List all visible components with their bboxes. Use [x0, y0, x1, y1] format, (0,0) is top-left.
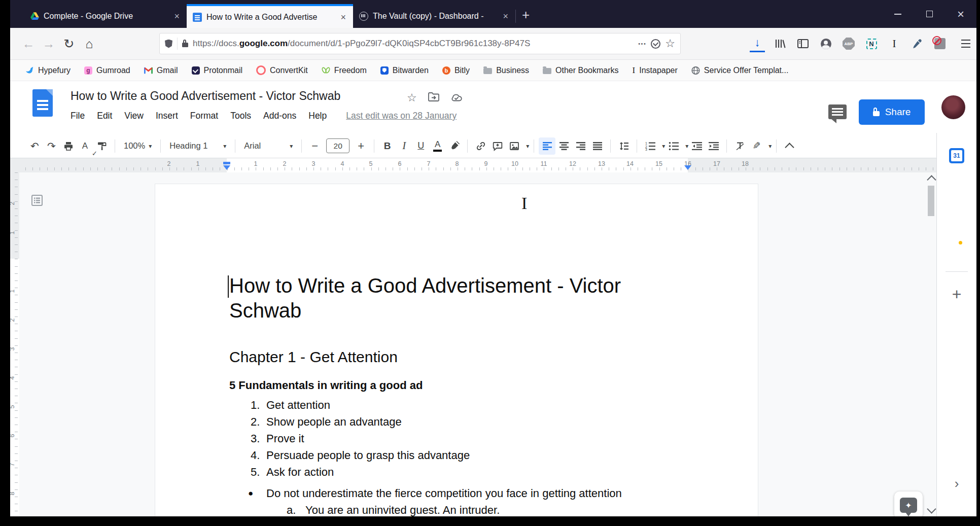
move-to-folder-icon[interactable] [428, 92, 439, 103]
page-actions-icon[interactable]: ••• [638, 41, 646, 47]
menu-edit[interactable]: Edit [97, 111, 112, 121]
doc-chapter-heading[interactable]: Chapter 1 - Get Attention [229, 348, 758, 366]
spellcheck-button[interactable]: A✓ [77, 137, 93, 155]
show-document-outline-button[interactable] [28, 192, 46, 209]
bookmark-folder-other[interactable]: Other Bookmarks [543, 66, 618, 75]
tab-vault-dashboard[interactable]: The Vault (copy) - Dashboard - × [353, 4, 515, 28]
decrease-indent-button[interactable] [688, 137, 705, 155]
list-item[interactable]: 2. Show people an advantage [229, 413, 758, 430]
list-item[interactable]: 4. Persuade people to grasp this advanta… [229, 447, 758, 464]
hide-side-panel-icon[interactable]: › [955, 476, 959, 492]
menu-format[interactable]: Format [190, 111, 218, 121]
bookmark-service-offer[interactable]: Service Offer Templat... [691, 66, 789, 75]
window-close-button[interactable]: × [945, 0, 976, 28]
https-lock-icon[interactable] [182, 43, 188, 47]
editing-mode-button[interactable]: ✎ [748, 137, 765, 155]
account-icon[interactable] [818, 36, 833, 51]
bookmark-bitwarden[interactable]: Bitwarden [380, 66, 429, 75]
tab-google-drive[interactable]: Complete - Google Drive × [24, 4, 187, 28]
underline-button[interactable]: U [412, 137, 429, 155]
menu-insert[interactable]: Insert [156, 111, 178, 121]
bookmark-bitly[interactable]: b Bitly [442, 66, 470, 75]
user-avatar[interactable] [941, 95, 965, 119]
doc-heading[interactable]: How to Write a Good Advertisement - Vict… [229, 273, 645, 323]
disabled-extension-icon[interactable] [932, 36, 948, 51]
vertical-ruler[interactable]: 2112345678 [10, 172, 19, 516]
left-indent-marker[interactable] [223, 165, 230, 170]
menu-help[interactable]: Help [308, 111, 327, 121]
bookmark-folder-business[interactable]: Business [483, 66, 529, 75]
star-document-icon[interactable]: ☆ [407, 91, 417, 104]
bulleted-list-button[interactable] [665, 137, 682, 155]
get-addons-button[interactable]: + [952, 285, 962, 304]
increase-font-size-button[interactable]: + [353, 137, 369, 155]
doc-subheading[interactable]: 5 Fundamentals in writing a good ad [229, 379, 758, 392]
chevron-down-icon[interactable]: ▾ [526, 143, 529, 150]
tab-close-icon[interactable]: × [339, 13, 347, 22]
home-button[interactable]: ⌂ [79, 33, 99, 54]
align-right-button[interactable] [572, 137, 589, 155]
list-item[interactable]: 3. Prove it [229, 430, 758, 447]
numbered-list-button[interactable]: 123 [642, 137, 658, 155]
text-color-button[interactable]: A [429, 137, 446, 155]
print-button[interactable] [60, 137, 77, 155]
menu-file[interactable]: File [71, 111, 85, 121]
open-comments-icon[interactable] [828, 104, 847, 119]
reload-button[interactable]: ↻ [59, 33, 79, 54]
adblock-plus-icon[interactable]: ABP [841, 36, 856, 51]
document-page[interactable]: How to Write a Good Advertisement - Vict… [155, 184, 758, 516]
menu-view[interactable]: View [124, 111, 144, 121]
italic-button[interactable]: I [396, 137, 412, 155]
align-center-button[interactable] [555, 137, 572, 155]
bookmark-protonmail[interactable]: Protonmail [192, 66, 242, 75]
new-tab-button[interactable]: + [522, 7, 530, 23]
collapse-toolbar-button[interactable] [781, 137, 798, 155]
last-edit-link[interactable]: Last edit was on 28 January [346, 111, 457, 121]
window-restore-button[interactable] [914, 0, 945, 28]
back-button[interactable]: ← [18, 33, 39, 54]
menu-addons[interactable]: Add-ons [263, 111, 296, 121]
list-item[interactable]: 1. Get attention [229, 397, 758, 413]
document-title[interactable]: How to Write a Good Advertisement - Vict… [71, 89, 340, 103]
list-item[interactable]: 5. Ask for action [229, 464, 758, 480]
font-select[interactable]: Arial▾ [240, 137, 297, 155]
right-indent-marker[interactable] [684, 165, 691, 170]
explore-button[interactable]: ✦ [894, 492, 923, 516]
cloud-saved-icon[interactable] [450, 92, 463, 103]
increase-indent-button[interactable] [705, 137, 722, 155]
justify-button[interactable] [589, 137, 606, 155]
menu-tools[interactable]: Tools [230, 111, 251, 121]
scroll-down-icon[interactable] [927, 504, 936, 513]
bookmark-convertkit[interactable]: ConvertKit [256, 65, 308, 75]
bookmark-star-icon[interactable]: ☆ [665, 38, 675, 49]
bold-button[interactable]: B [379, 137, 396, 155]
eyedropper-icon[interactable] [909, 36, 925, 51]
font-size-input[interactable]: 20 [326, 138, 349, 153]
tracking-protection-shield-icon[interactable] [165, 40, 172, 48]
url-text[interactable]: https://docs.google.com/document/d/1-pPg… [193, 39, 634, 49]
document-scrollbar[interactable] [927, 172, 936, 516]
bookmark-instapaper[interactable]: I Instapaper [633, 65, 678, 76]
bookmark-freedom[interactable]: Freedom [322, 66, 367, 75]
bookmark-gmail[interactable]: Gmail [144, 66, 178, 75]
share-button[interactable]: Share [859, 99, 925, 125]
google-calendar-icon[interactable]: 31 [949, 148, 964, 163]
paragraph-style-select[interactable]: Heading 1▾ [165, 137, 230, 155]
tab-close-icon[interactable]: × [502, 12, 509, 21]
tab-google-docs-active[interactable]: How to Write a Good Advertise × [187, 4, 353, 28]
window-minimize-button[interactable] [882, 0, 914, 28]
undo-button[interactable]: ↶ [26, 137, 43, 155]
google-docs-logo-icon[interactable] [32, 89, 53, 117]
first-line-indent-marker[interactable] [223, 162, 230, 164]
decrease-font-size-button[interactable]: − [306, 137, 323, 155]
sidebars-icon[interactable] [795, 36, 811, 51]
insert-image-button[interactable] [506, 137, 522, 155]
align-left-button[interactable] [539, 137, 555, 155]
line-spacing-button[interactable] [615, 137, 632, 155]
doc-bullet-list[interactable]: ● Do not underestimate the fierce compet… [229, 485, 758, 516]
bookmark-hypefury[interactable]: Hypefury [25, 66, 71, 75]
list-item[interactable]: a. You are an uninvited guest. An intrud… [229, 502, 758, 516]
instapaper-icon[interactable]: I [887, 36, 902, 51]
pocket-icon[interactable] [651, 39, 660, 49]
doc-numbered-list[interactable]: 1. Get attention 2. Show people an advan… [229, 397, 758, 480]
